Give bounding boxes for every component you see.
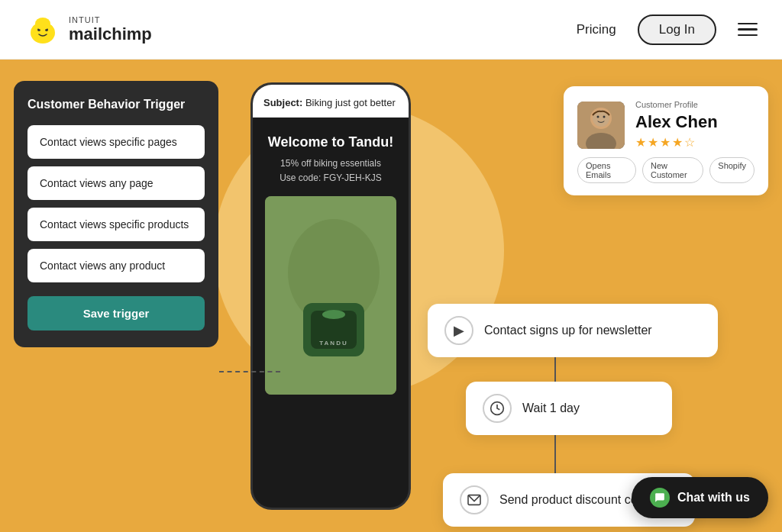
login-button[interactable]: Log In bbox=[638, 15, 716, 45]
cp-top-area: Customer Profile Alex Chen ★★★★☆ bbox=[577, 100, 755, 150]
workflow-step3-label: Send product discount code bbox=[499, 493, 651, 507]
trigger-panel: Customer Behavior Trigger Contact views … bbox=[14, 81, 218, 347]
email-subject: Subject: Biking just got better bbox=[263, 97, 396, 108]
logo-text: INTUIT mailchimp bbox=[69, 15, 152, 44]
customer-avatar bbox=[577, 102, 625, 149]
logo-area: INTUIT mailchimp bbox=[24, 11, 152, 48]
cp-tags-area: Opens Emails New Customer Shopify bbox=[577, 157, 755, 183]
play-icon: ▶ bbox=[444, 316, 473, 345]
subject-label: Subject: bbox=[263, 97, 302, 108]
phone-email-header: Subject: Biking just got better bbox=[253, 85, 409, 118]
trigger-item-1[interactable]: Contact views any page bbox=[27, 166, 205, 200]
chat-button-label: Chat with us bbox=[677, 491, 750, 505]
phone-offer-text: 15% off biking essentials Use code: FGY-… bbox=[265, 156, 396, 185]
phone-email-body: Welcome to Tandu! 15% off biking essenti… bbox=[253, 118, 409, 405]
pricing-link[interactable]: Pricing bbox=[577, 22, 616, 37]
dashed-connector-line bbox=[219, 371, 280, 372]
chat-bubble-icon bbox=[650, 488, 670, 508]
phone-mockup: Subject: Biking just got better Welcome … bbox=[250, 82, 411, 510]
phone-welcome-text: Welcome to Tandu! bbox=[265, 134, 396, 150]
cp-stars: ★★★★☆ bbox=[635, 135, 718, 150]
hamburger-menu[interactable] bbox=[738, 23, 758, 37]
cp-tag-0: Opens Emails bbox=[577, 157, 636, 183]
subject-text: Biking just got better bbox=[305, 97, 396, 108]
svg-point-17 bbox=[597, 115, 599, 118]
cp-tag-1: New Customer bbox=[642, 157, 703, 183]
phone-product-image: TANDU bbox=[265, 196, 396, 395]
header-nav: Pricing Log In bbox=[577, 15, 758, 45]
svg-text:TANDU: TANDU bbox=[319, 340, 347, 347]
workflow-step-1: ▶ Contact signs up for newsletter bbox=[428, 304, 718, 357]
product-bg-svg: TANDU bbox=[265, 196, 396, 395]
logo-intuit-label: INTUIT bbox=[69, 15, 152, 24]
svg-point-4 bbox=[35, 18, 50, 30]
cp-label: Customer Profile bbox=[635, 100, 718, 109]
svg-point-12 bbox=[322, 310, 345, 319]
chat-button[interactable]: Chat with us bbox=[632, 477, 768, 518]
svg-point-18 bbox=[603, 115, 606, 118]
header: INTUIT mailchimp Pricing Log In bbox=[0, 0, 782, 60]
clock-icon bbox=[483, 394, 512, 423]
customer-profile-card: Customer Profile Alex Chen ★★★★☆ Opens E… bbox=[564, 86, 768, 195]
cp-tag-2: Shopify bbox=[709, 157, 755, 183]
workflow-vert-line-2 bbox=[554, 434, 556, 473]
workflow-step2-label: Wait 1 day bbox=[522, 401, 580, 415]
save-trigger-button[interactable]: Save trigger bbox=[27, 296, 205, 330]
workflow-step1-label: Contact signs up for newsletter bbox=[484, 324, 652, 337]
trigger-panel-title: Customer Behavior Trigger bbox=[27, 98, 205, 111]
trigger-item-2[interactable]: Contact views specific products bbox=[27, 208, 205, 241]
customer-avatar-image bbox=[577, 102, 625, 149]
mailchimp-logo-icon bbox=[24, 11, 61, 48]
main-area: Customer Behavior Trigger Contact views … bbox=[0, 60, 782, 532]
logo-mailchimp-label: mailchimp bbox=[69, 24, 152, 44]
workflow-step-2: Wait 1 day bbox=[466, 382, 672, 435]
trigger-item-0[interactable]: Contact views specific pages bbox=[27, 125, 205, 159]
cp-name-area: Customer Profile Alex Chen ★★★★☆ bbox=[635, 100, 718, 150]
trigger-item-3[interactable]: Contact views any product bbox=[27, 249, 205, 282]
svg-point-6 bbox=[48, 25, 53, 31]
mail-icon bbox=[460, 485, 489, 514]
svg-point-5 bbox=[33, 25, 37, 31]
cp-name: Alex Chen bbox=[635, 112, 718, 132]
